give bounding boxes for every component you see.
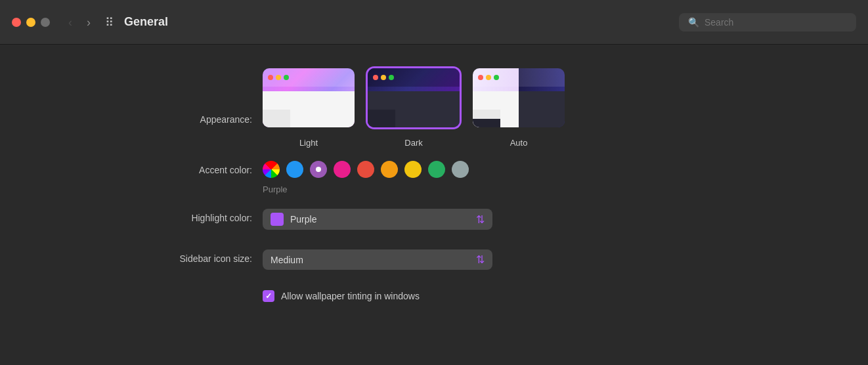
nav-buttons: ‹ ›: [63, 14, 96, 31]
highlight-color-row: Highlight color: Purple ⇅: [131, 209, 492, 235]
highlight-color-label: Highlight color:: [131, 209, 263, 223]
mini-red-auto: [478, 75, 483, 80]
accent-swatch-red[interactable]: [357, 161, 374, 178]
checkmark-icon: ✓: [265, 291, 272, 301]
appearance-thumbs: [263, 68, 565, 133]
mini-green-auto: [494, 75, 499, 80]
accent-color-label: Accent color:: [131, 161, 263, 175]
sidebar-icon-size-dropdown[interactable]: Medium ⇅: [263, 249, 492, 270]
accent-swatch-yellow[interactable]: [404, 161, 422, 178]
thumb-light-sidebar: [263, 110, 290, 127]
thumb-topbar-auto: [473, 68, 565, 87]
mini-yellow-dark: [381, 75, 386, 80]
accent-swatch-pink[interactable]: [334, 161, 351, 178]
appearance-labels: Light Dark Auto: [263, 138, 565, 148]
appearance-thumbnail-auto: [473, 68, 565, 127]
wallpaper-tinting-checkbox[interactable]: ✓: [263, 290, 274, 302]
highlight-color-dropdown[interactable]: Purple ⇅: [263, 209, 492, 230]
appearance-col: Light Dark Auto: [263, 68, 565, 148]
dropdown-arrows-icon: ⇅: [476, 213, 485, 226]
forward-button[interactable]: ›: [81, 14, 96, 31]
accent-swatch-multicolor[interactable]: [263, 161, 280, 178]
page-title: General: [124, 15, 168, 29]
thumb-dark-inner: [368, 91, 460, 127]
appearance-label-dark: Dark: [368, 138, 460, 148]
titlebar: ‹ › ⠿ General 🔍: [0, 0, 868, 45]
accent-colors-col: Purple: [263, 161, 469, 194]
thumb-auto-sidebar: [473, 110, 500, 127]
accent-swatch-orange[interactable]: [381, 161, 398, 178]
mini-red-light: [268, 75, 273, 80]
appearance-label-light: Light: [263, 138, 355, 148]
accent-swatch-blue[interactable]: [286, 161, 303, 178]
appearance-option-auto[interactable]: [473, 68, 565, 133]
mini-green-light: [284, 75, 289, 80]
appearance-option-light[interactable]: [263, 68, 355, 133]
accent-color-row: Accent color:: [131, 161, 469, 194]
thumb-topbar-light: [263, 68, 355, 87]
thumb-dark-sidebar: [368, 110, 395, 127]
thumb-auto-inner: [473, 91, 565, 127]
sidebar-icon-size-row: Sidebar icon size: Medium ⇅: [131, 249, 492, 276]
accent-selected-name: Purple: [263, 184, 469, 194]
search-input[interactable]: [705, 17, 847, 28]
minimize-button[interactable]: [26, 18, 35, 27]
search-box: 🔍: [679, 13, 856, 32]
sidebar-dropdown-arrows-icon: ⇅: [476, 253, 485, 266]
mini-yellow-auto: [486, 75, 491, 80]
highlight-color-value: Purple: [290, 214, 476, 225]
accent-swatch-green[interactable]: [428, 161, 445, 178]
window-controls: [12, 18, 50, 27]
back-button[interactable]: ‹: [63, 14, 77, 31]
sidebar-icon-size-label: Sidebar icon size:: [131, 249, 263, 264]
mini-red-dark: [373, 75, 378, 80]
main-content: Appearance:: [0, 45, 868, 331]
appearance-thumbnail-light: [263, 68, 355, 127]
accent-swatches: [263, 161, 469, 178]
zoom-button[interactable]: [41, 18, 50, 27]
appearance-thumbnail-dark: [368, 68, 460, 127]
mini-green-dark: [389, 75, 394, 80]
mini-yellow-light: [276, 75, 281, 80]
appearance-row: Appearance:: [131, 68, 565, 148]
appearance-option-dark[interactable]: [368, 68, 460, 133]
grid-icon[interactable]: ⠿: [105, 15, 115, 30]
close-button[interactable]: [12, 18, 21, 27]
accent-swatch-graphite[interactable]: [452, 161, 469, 178]
accent-swatch-purple[interactable]: [310, 161, 327, 178]
appearance-label: Appearance:: [131, 68, 263, 125]
wallpaper-tinting-row: ✓ Allow wallpaper tinting in windows: [263, 290, 420, 316]
wallpaper-tinting-checkbox-row: ✓ Allow wallpaper tinting in windows: [263, 290, 420, 302]
wallpaper-tinting-label: Allow wallpaper tinting in windows: [281, 291, 420, 301]
highlight-color-swatch: [271, 213, 284, 226]
thumb-topbar-dark: [368, 68, 460, 87]
search-icon: 🔍: [688, 17, 699, 28]
appearance-label-auto: Auto: [473, 138, 565, 148]
thumb-light-inner: [263, 91, 355, 127]
sidebar-icon-size-value: Medium: [271, 255, 476, 265]
